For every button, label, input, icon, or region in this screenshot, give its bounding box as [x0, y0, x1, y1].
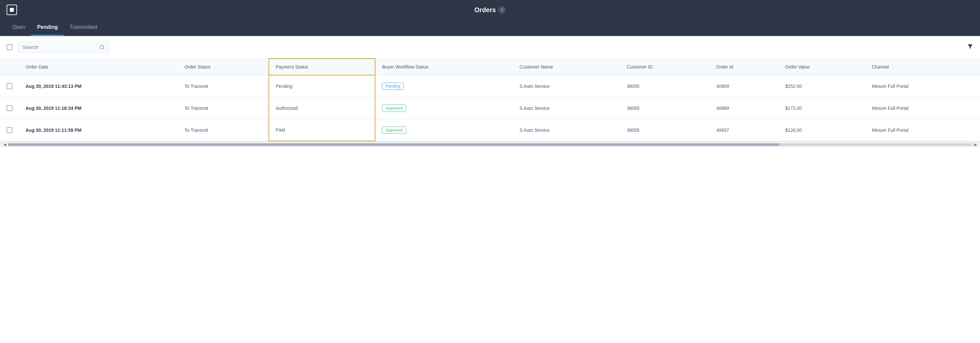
sidebar-toggle-button[interactable] — [6, 5, 17, 15]
row-order-value: $252.00 — [779, 75, 865, 97]
row-order-status: To Transmit — [178, 97, 269, 119]
toolbar — [0, 36, 980, 58]
row-checkbox-cell — [0, 75, 19, 97]
row-order-date: Aug 30, 2019 11:11:59 PM — [19, 119, 178, 141]
row-checkbox-cell — [0, 119, 19, 141]
header-title-wrap: Orders ? — [474, 6, 506, 14]
header-customer-id: Customer ID — [620, 59, 710, 75]
row-order-id: 40869 — [710, 97, 779, 119]
row-checkbox-cell — [0, 97, 19, 119]
tab-transmitted[interactable]: Transmitted — [64, 20, 103, 36]
row-buyer-workflow-status: Pending — [375, 75, 513, 97]
header-checkbox-col — [0, 59, 19, 75]
header-order-value: Order Value — [779, 59, 865, 75]
row-customer-id: 38055 — [620, 119, 710, 141]
row-order-status: To Transmit — [178, 75, 269, 97]
row-order-value: $126.00 — [779, 119, 865, 141]
row-channel: Minium Full Portal — [865, 119, 980, 141]
select-all-checkbox[interactable] — [6, 44, 13, 50]
orders-table-container: Order Date Order Status Payment Status B… — [0, 58, 980, 141]
svg-line-1 — [103, 48, 104, 49]
buyer-workflow-badge: Pending — [382, 83, 404, 90]
row-checkbox[interactable] — [6, 83, 13, 89]
tab-bar: Open Pending Transmitted — [0, 20, 980, 36]
help-icon[interactable]: ? — [498, 6, 506, 13]
row-customer-name: S Auto Service — [513, 97, 620, 119]
row-order-id: 40909 — [710, 75, 779, 97]
header-order-status: Order Status — [178, 59, 269, 75]
row-buyer-workflow-status: Approved — [375, 97, 513, 119]
header-payment-status: Payment Status — [269, 59, 375, 75]
row-checkbox[interactable] — [6, 105, 13, 111]
table-row[interactable]: Aug 30, 2019 11:43:13 PM To Transmit Pen… — [0, 75, 980, 97]
buyer-workflow-badge: Approved — [382, 105, 406, 112]
row-order-id: 40837 — [710, 119, 779, 141]
row-order-status: To Transmit — [178, 119, 269, 141]
row-payment-status: Authorized — [269, 97, 375, 119]
row-customer-name: S Auto Service — [513, 75, 620, 97]
header-channel: Channel — [865, 59, 980, 75]
scroll-thumb[interactable] — [8, 143, 780, 146]
tab-open[interactable]: Open — [6, 20, 31, 36]
search-icon — [99, 45, 105, 50]
row-payment-status: Pending — [269, 75, 375, 97]
page-title: Orders — [474, 6, 496, 14]
tab-pending[interactable]: Pending — [31, 20, 64, 36]
row-customer-id: 38055 — [620, 97, 710, 119]
table-row[interactable]: Aug 30, 2019 11:11:59 PM To Transmit Pai… — [0, 119, 980, 141]
row-order-date: Aug 30, 2019 11:18:34 PM — [19, 97, 178, 119]
header-order-date: Order Date — [19, 59, 178, 75]
row-order-date: Aug 30, 2019 11:43:13 PM — [19, 75, 178, 97]
horizontal-scrollbar[interactable]: ◀ ▶ — [0, 141, 980, 147]
row-buyer-workflow-status: Approved — [375, 119, 513, 141]
row-order-value: $172.00 — [779, 97, 865, 119]
header-customer-name: Customer Name — [513, 59, 620, 75]
row-payment-status: Paid — [269, 119, 375, 141]
row-channel: Minium Full Portal — [865, 75, 980, 97]
header-order-id: Order Id — [710, 59, 779, 75]
row-customer-name: S Auto Service — [513, 119, 620, 141]
orders-table: Order Date Order Status Payment Status B… — [0, 58, 980, 141]
header-buyer-workflow-status: Buyer Workflow Status — [375, 59, 513, 75]
filter-icon — [967, 43, 974, 50]
search-input[interactable] — [22, 44, 96, 50]
row-customer-id: 38055 — [620, 75, 710, 97]
scroll-right-arrow[interactable]: ▶ — [972, 141, 979, 148]
buyer-workflow-badge: Approved — [382, 126, 406, 134]
filter-button[interactable] — [967, 43, 974, 51]
table-row[interactable]: Aug 30, 2019 11:18:34 PM To Transmit Aut… — [0, 97, 980, 119]
row-channel: Minium Full Portal — [865, 97, 980, 119]
row-checkbox[interactable] — [6, 127, 13, 133]
table-header-row: Order Date Order Status Payment Status B… — [0, 59, 980, 75]
scroll-left-arrow[interactable]: ◀ — [1, 141, 8, 148]
search-box — [18, 41, 110, 53]
top-header: Orders ? — [0, 0, 980, 20]
scroll-track — [8, 143, 972, 146]
sidebar-toggle-icon — [10, 8, 14, 12]
